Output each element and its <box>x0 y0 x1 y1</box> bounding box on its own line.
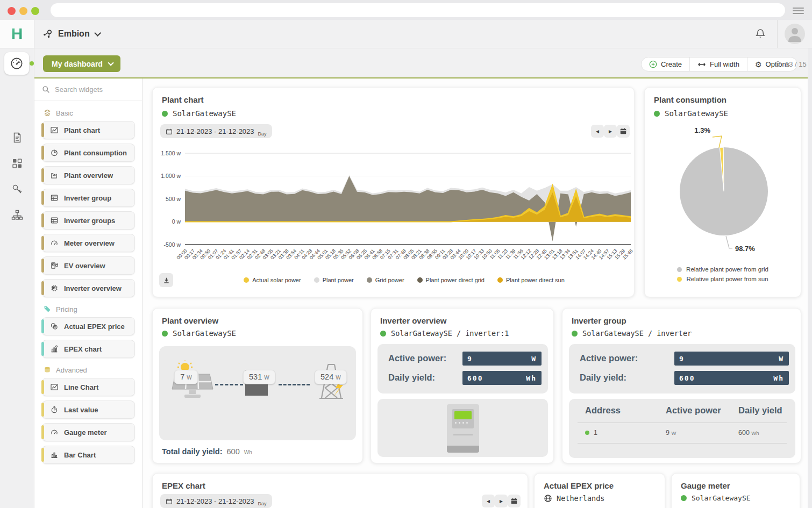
legend-item[interactable]: Plant power direct sun <box>497 277 565 283</box>
widget-count-label: 13 / 15 <box>785 60 807 68</box>
legend-item[interactable]: Relative plant power from grid <box>677 266 768 273</box>
drag-accent <box>41 259 44 273</box>
widget-item-inverter-overview[interactable]: Inverter overview <box>42 279 135 297</box>
download-chart-button[interactable] <box>159 273 173 287</box>
nav-sitemap[interactable] <box>0 209 34 221</box>
pie-chart-icon <box>50 148 59 157</box>
app-header: H Embion <box>0 20 812 48</box>
widget-item-plant-chart[interactable]: Plant chart <box>42 121 135 139</box>
date-range-label: 21-12-2023 - 21-12-2023 <box>176 497 254 505</box>
widget-inverter-overview: Inverter overview SolarGatewaySE / inver… <box>371 308 554 463</box>
region-name: Netherlands <box>557 494 604 503</box>
nav-invoices[interactable] <box>0 131 34 144</box>
database-icon <box>43 366 52 374</box>
widget-item-bar-chart[interactable]: Bar Chart <box>42 446 135 464</box>
drag-accent <box>41 342 44 356</box>
widget-item-gauge-meter[interactable]: Gauge meter <box>42 423 135 441</box>
pie-label-grid: 98.7% <box>735 245 755 253</box>
inverter-table-panel: Address Active power Daily yield 1 9 W 6… <box>569 399 795 458</box>
browser-menu-icon[interactable] <box>793 8 804 14</box>
user-menu[interactable] <box>777 20 812 48</box>
address-bar[interactable] <box>51 3 785 17</box>
legend-item[interactable]: Actual solar power <box>244 277 301 283</box>
table-icon <box>50 216 59 225</box>
widget-item-inverter-group[interactable]: Inverter group <box>42 189 135 207</box>
legend-item[interactable]: Grid power <box>367 277 404 283</box>
active-power-value: 9W <box>674 352 789 366</box>
period-label: Day <box>258 501 267 506</box>
drag-accent <box>41 448 44 462</box>
pie-leader-grid <box>726 236 732 248</box>
widget-item-line-chart[interactable]: Line Chart <box>42 378 135 396</box>
legend-item[interactable]: Plant power <box>314 277 354 283</box>
flow-connector <box>215 384 243 385</box>
widget-item-plant-overview[interactable]: Plant overview <box>42 166 135 184</box>
drag-accent <box>41 213 44 227</box>
chart-legend: Actual solar powerPlant powerGrid powerP… <box>180 277 629 283</box>
drag-accent <box>41 281 44 295</box>
next-period-button[interactable]: ▸ <box>495 495 508 507</box>
gear-icon: ⚙ <box>755 61 762 68</box>
nav-rail: ⚙ <box>0 48 34 508</box>
page-scrollbar[interactable] <box>808 48 812 508</box>
org-selector[interactable]: Embion <box>42 20 99 48</box>
prev-period-button[interactable]: ◂ <box>591 125 604 138</box>
nav-widgets[interactable] <box>0 157 34 170</box>
sitemap-icon <box>11 209 24 221</box>
today-button[interactable] <box>508 495 521 507</box>
pie-legend: Relative plant power from gridRelative p… <box>645 266 801 282</box>
widget-plant-chart: Plant chart SolarGatewaySE 21-12-2023 - … <box>152 87 635 297</box>
table-divider <box>578 443 787 443</box>
widget-title: Plant overview <box>162 316 218 325</box>
legend-dot <box>677 267 682 272</box>
legend-item[interactable]: Relative plant power from sun <box>677 276 768 282</box>
table-cell-power: 9 W <box>666 429 676 437</box>
app-window: H Embion My dashboard Create <box>0 0 812 508</box>
plus-circle-icon <box>649 60 657 68</box>
y-axis-tick: -500 w <box>163 241 181 248</box>
widget-item-last-value[interactable]: Last value <box>42 400 135 419</box>
widget-item-actual-epex-price[interactable]: Actual EPEX price <box>42 317 135 335</box>
full-width-button[interactable]: Full width <box>689 58 747 71</box>
window-close-button[interactable] <box>8 7 16 15</box>
widget-item-plant-consumption[interactable]: Plant consumption <box>42 144 135 162</box>
prev-period-button[interactable]: ◂ <box>482 495 495 507</box>
dashboard-selector-label: My dashboard <box>52 60 103 68</box>
widget-title: Gauge meter <box>681 481 730 490</box>
create-button[interactable]: Create <box>642 58 689 71</box>
table-header-active-power: Active power <box>666 405 721 416</box>
nav-dashboard[interactable] <box>4 52 29 75</box>
daily-yield-label: Daily yield: <box>580 373 626 383</box>
date-range-picker[interactable]: 21-12-2023 - 21-12-2023 Day <box>160 494 272 508</box>
plant-flow-panel <box>159 346 356 440</box>
widget-item-epex-chart[interactable]: EPEX chart <box>42 340 135 358</box>
widget-item-meter-overview[interactable]: Meter overview <box>42 234 135 252</box>
next-period-button[interactable]: ▸ <box>604 125 617 138</box>
window-minimize-button[interactable] <box>19 7 27 15</box>
widget-list: BasicPlant chartPlant consumptionPlant o… <box>34 101 142 468</box>
dashboard-selector-button[interactable]: My dashboard <box>43 55 120 72</box>
speedometer-icon <box>9 56 24 71</box>
power-panel: Active power: 9W Daily yield: 600Wh <box>377 344 548 393</box>
app-logo[interactable]: H <box>0 20 34 48</box>
device-row: SolarGatewaySE / inverter <box>572 329 692 338</box>
molecule-icon <box>42 28 54 40</box>
device-row: SolarGatewaySE <box>162 329 236 338</box>
notifications-bell-icon[interactable] <box>754 27 767 40</box>
table-divider <box>578 423 787 423</box>
drag-accent <box>41 425 44 439</box>
section-label-pricing: Pricing <box>43 305 142 313</box>
date-range-picker[interactable]: 21-12-2023 - 21-12-2023 Day <box>160 124 272 138</box>
search-input[interactable] <box>55 85 130 94</box>
legend-item[interactable]: Plant power direct grid <box>417 277 485 283</box>
widget-item-inverter-groups[interactable]: Inverter groups <box>42 211 135 230</box>
window-zoom-button[interactable] <box>31 7 39 15</box>
widget-gauge-meter: Gauge meter SolarGatewaySE <box>671 473 800 508</box>
nav-access-keys[interactable] <box>0 183 34 196</box>
period-label: Day <box>258 131 267 137</box>
today-button[interactable] <box>617 125 630 138</box>
widget-item-ev-overview[interactable]: EV overview <box>42 256 135 275</box>
avatar <box>785 24 805 44</box>
line-chart-icon <box>50 383 59 391</box>
legend-dot <box>417 277 423 283</box>
